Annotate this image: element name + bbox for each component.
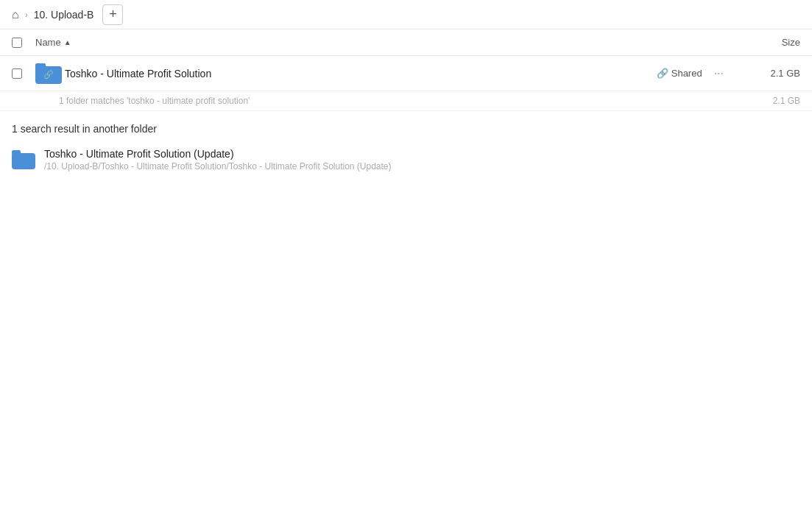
name-column-header[interactable]: Name ▲ [35,37,727,48]
more-options-icon[interactable]: ··· [711,64,727,83]
other-result-name: Toshko - Ultimate Profit Solution (Updat… [44,148,800,160]
other-result-row[interactable]: Toshko - Ultimate Profit Solution (Updat… [0,141,812,179]
breadcrumb-separator: › [25,10,28,20]
other-result-path: /10. Upload-B/Toshko - Ultimate Profit S… [44,161,800,172]
size-column-header[interactable]: Size [727,37,800,48]
select-all-checkbox[interactable] [12,38,22,48]
main-result-size: 2.1 GB [727,68,800,79]
top-bar: ⌂ › 10. Upload-B + [0,0,812,29]
sort-arrow-icon: ▲ [64,38,71,46]
match-text: 1 folder matches 'toshko - ultimate prof… [59,96,250,106]
shared-text: Shared [671,68,702,79]
other-results-section-header: 1 search result in another folder [0,111,812,141]
breadcrumb-current[interactable]: 10. Upload-B [34,9,94,21]
folder-icon-plain [12,150,35,169]
name-column-label: Name [35,37,61,48]
main-result-filename: Toshko - Ultimate Profit Solution [65,68,657,80]
shared-folder-icon: 🔗 [35,63,59,84]
row-checkbox-col [12,68,35,79]
shared-label: 🔗 Shared [657,68,702,79]
link-icon: 🔗 [657,68,668,79]
match-info-row: 1 folder matches 'toshko - ultimate prof… [0,91,812,111]
add-button[interactable]: + [102,4,123,25]
main-result-row[interactable]: 🔗 Toshko - Ultimate Profit Solution 🔗 Sh… [0,56,812,91]
other-result-name-section: Toshko - Ultimate Profit Solution (Updat… [44,148,800,172]
folder-body-plain [12,153,35,169]
header-checkbox-col [12,38,35,48]
row-actions: 🔗 Shared ··· [657,64,727,83]
column-header: Name ▲ Size [0,29,812,56]
folder-body: 🔗 [35,66,62,84]
row-checkbox[interactable] [12,68,22,79]
main-result-name-section: Toshko - Ultimate Profit Solution [65,68,657,80]
home-icon[interactable]: ⌂ [12,8,19,21]
file-icon-col: 🔗 [35,63,59,84]
match-size: 2.1 GB [727,96,800,106]
